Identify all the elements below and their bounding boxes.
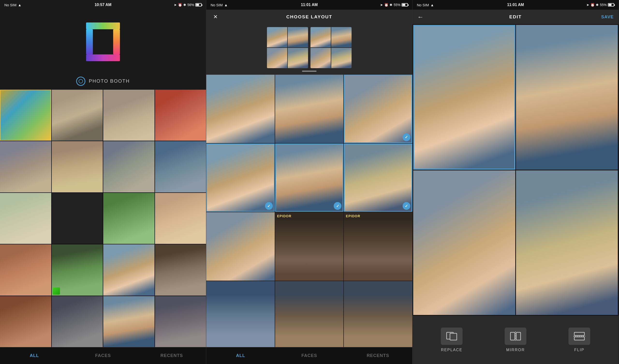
layout-cell-2c xyxy=(310,48,331,68)
photo-cell-8[interactable] xyxy=(0,193,51,244)
photo-cell-14[interactable] xyxy=(103,244,155,296)
tab-faces-p2[interactable]: FACES xyxy=(275,353,344,358)
tab-recents-p2[interactable]: RECENTS xyxy=(344,353,412,358)
phone2-battery-icon xyxy=(402,3,408,7)
phone1-bt-icon: ✱ xyxy=(183,3,186,7)
photo-cell-4[interactable] xyxy=(0,141,51,192)
phone1-status-right: ➤ ⏰ ✱ 56% xyxy=(174,3,202,7)
epidor-label-1: EPIDOR xyxy=(277,214,292,218)
phone1-photo-grid xyxy=(0,90,206,347)
photo-cell-13[interactable] xyxy=(52,244,103,296)
phone2-nav-bar: ✕ CHOOSE LAYOUT xyxy=(206,10,412,24)
phone3-time: 11:01 AM xyxy=(507,3,524,7)
edit-cell-br[interactable] xyxy=(516,170,618,315)
phone1-battery-icon xyxy=(195,3,202,7)
tab-all-p2[interactable]: ALL xyxy=(206,353,275,358)
photo-cell-11[interactable] xyxy=(155,193,206,244)
sel-cell-12[interactable] xyxy=(344,281,412,347)
photo-cell-3[interactable] xyxy=(155,90,206,141)
photo-cell-7[interactable] xyxy=(155,141,206,192)
replace-icon-box xyxy=(441,327,463,345)
check-badge-2: ✓ xyxy=(265,202,273,210)
close-button[interactable]: ✕ xyxy=(211,13,220,21)
phone2-wifi-icon: ▲ xyxy=(224,3,228,7)
phone3-gps-icon: ➤ xyxy=(586,3,589,7)
check-badge-1: ✓ xyxy=(403,133,410,141)
sel-cell-6[interactable]: ✓ xyxy=(344,144,412,212)
flip-icon-box xyxy=(568,327,590,345)
phone2-gps-icon: ➤ xyxy=(380,3,383,7)
phone3-carrier: No SIM xyxy=(417,3,429,7)
replace-tool[interactable]: REPLACE xyxy=(441,327,463,352)
svg-rect-11 xyxy=(574,337,584,340)
phone1-status-bar: No SIM ▲ 10:57 AM ➤ ⏰ ✱ 56% xyxy=(0,0,206,10)
phone1-gps-icon: ➤ xyxy=(174,3,177,7)
phone2-alarm-icon: ⏰ xyxy=(384,3,388,7)
sel-cell-7[interactable] xyxy=(206,212,275,280)
phone1-status-left: No SIM ▲ xyxy=(4,3,22,7)
flip-icon xyxy=(573,331,585,341)
phone2: No SIM ▲ 11:01 AM ➤ ⏰ ✱ 55% ✕ CHOOSE LAY… xyxy=(206,0,412,364)
edit-cell-bl[interactable] xyxy=(413,170,515,315)
photo-cell-rainbow[interactable] xyxy=(0,90,51,141)
phone3-nav-title: EDIT xyxy=(509,14,521,20)
svg-rect-8 xyxy=(516,332,521,340)
photo-cell-16[interactable] xyxy=(0,296,51,347)
photo-cell-6[interactable] xyxy=(103,141,155,192)
photo-selection-area: ✓ ✓ ✓ ✓ EPIDOR EPIDOR xyxy=(206,75,412,347)
photo-cell-2[interactable] xyxy=(103,90,155,141)
photo-selection-grid: ✓ ✓ ✓ ✓ EPIDOR EPIDOR xyxy=(206,75,412,347)
replace-label: REPLACE xyxy=(441,348,463,352)
svg-rect-1 xyxy=(113,29,120,54)
layout-cell-2a xyxy=(310,27,331,47)
photo-cell-17[interactable] xyxy=(52,296,103,347)
edit-cell-tr[interactable] xyxy=(516,25,618,170)
photo-cell-18[interactable] xyxy=(103,296,155,347)
phone1-time: 10:57 AM xyxy=(95,3,112,7)
phone3: No SIM ▲ 11:01 AM ➤ ⏰ ✱ 55% ← EDIT SAVE xyxy=(412,0,619,364)
save-button[interactable]: SAVE xyxy=(601,14,614,20)
layout-cell-1c xyxy=(267,48,287,68)
tab-faces-p1[interactable]: FACES xyxy=(69,353,137,358)
flip-tool[interactable]: FLIP xyxy=(568,327,590,352)
sel-cell-3[interactable]: ✓ xyxy=(344,75,412,143)
sel-cell-4[interactable]: ✓ xyxy=(206,144,275,212)
sel-cell-5[interactable]: ✓ xyxy=(275,144,344,212)
replace-icon xyxy=(446,331,458,341)
layout-option-1[interactable] xyxy=(267,27,308,68)
phone1-wifi-icon: ▲ xyxy=(18,3,22,7)
sel-cell-9[interactable]: EPIDOR xyxy=(344,212,412,280)
photobooth-label: PHOTO BOOTH xyxy=(89,78,130,84)
phone2-nav-title: CHOOSE LAYOUT xyxy=(286,14,332,20)
phone1-logo xyxy=(79,18,127,66)
photo-cell-5[interactable] xyxy=(52,141,103,192)
mirror-icon-box xyxy=(505,327,526,345)
photo-cell-12[interactable] xyxy=(0,244,51,296)
phone2-battery-pct: 55% xyxy=(394,3,400,7)
tab-all-p1[interactable]: ALL xyxy=(0,353,69,358)
flip-label: FLIP xyxy=(574,348,584,352)
edit-cell-tl[interactable] xyxy=(413,25,515,170)
phone1-label-row: PHOTO BOOTH xyxy=(0,74,206,90)
back-button[interactable]: ← xyxy=(417,13,424,21)
svg-rect-10 xyxy=(574,332,584,336)
sel-cell-11[interactable] xyxy=(275,281,344,347)
photo-cell-10[interactable] xyxy=(103,193,155,244)
photo-cell-15[interactable] xyxy=(155,244,206,296)
sel-cell-1[interactable] xyxy=(206,75,275,143)
phone3-wifi-icon: ▲ xyxy=(430,3,434,7)
photo-cell-19[interactable] xyxy=(155,296,206,347)
mirror-tool[interactable]: MIRROR xyxy=(505,327,526,352)
photo-cell-9[interactable] xyxy=(52,193,103,244)
layout-option-2[interactable] xyxy=(310,27,352,68)
sel-cell-2[interactable] xyxy=(275,75,344,143)
layout-cell-2d xyxy=(331,48,352,68)
phone3-bt-icon: ✱ xyxy=(596,3,599,7)
svg-rect-3 xyxy=(86,29,93,54)
phone1-battery-pct: 56% xyxy=(187,3,194,7)
sel-cell-10[interactable] xyxy=(206,281,275,347)
sel-cell-8[interactable]: EPIDOR xyxy=(275,212,344,280)
tab-recents-p1[interactable]: RECENTS xyxy=(137,353,206,358)
photo-cell-1[interactable] xyxy=(52,90,103,141)
layout-cell-1b xyxy=(288,27,308,47)
